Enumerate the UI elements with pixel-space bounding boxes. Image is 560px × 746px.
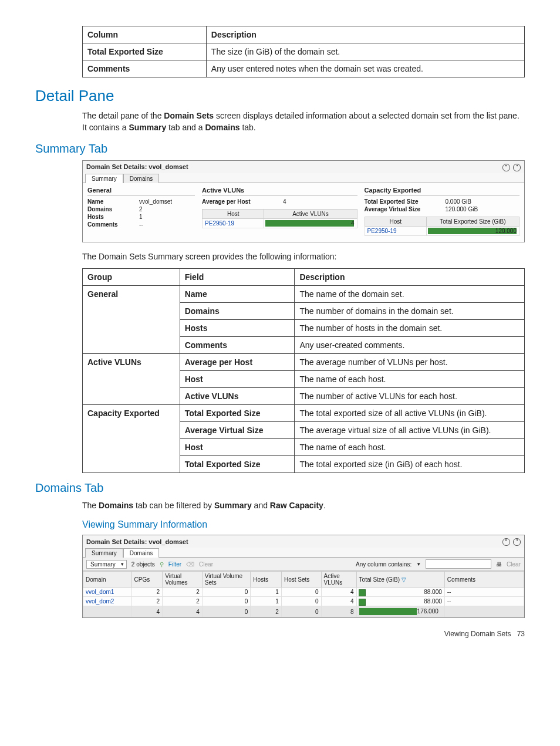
host-link[interactable]: PE2950-19 <box>203 218 264 228</box>
print-icon[interactable]: 🖶 <box>496 561 502 568</box>
desc-cell: The number of domains in the domain set. <box>295 302 525 319</box>
desc-cell: The total exported size (in GiB) of each… <box>295 455 525 472</box>
host-link[interactable]: PE2950-19 <box>365 226 426 235</box>
tab-summary[interactable]: Summary <box>85 548 123 558</box>
detail-pane-paragraph: The detail pane of the Domain Sets scree… <box>82 110 525 134</box>
tab-summary[interactable]: Summary <box>85 174 123 183</box>
filter-link[interactable]: Filter <box>168 561 181 568</box>
size-cell: 88.000 <box>356 597 444 606</box>
desc-cell: The number of hosts in the domain set. <box>295 319 525 336</box>
table-row: Comments <box>83 60 207 77</box>
page-footer: Viewing Domain Sets 73 <box>35 630 525 638</box>
panel2-window-icons: ˄ ˅ <box>501 537 521 546</box>
field-cell: Total Exported Size <box>180 455 295 472</box>
summary-panel: Domain Set Details: vvol_domset ˄ ˅ Summ… <box>82 160 525 242</box>
tab-domains[interactable]: Domains <box>123 174 159 183</box>
desc-cell: Any user-created comments. <box>295 336 525 353</box>
table-row[interactable]: vvol_dom222010488.000-- <box>83 597 524 606</box>
field-cell: Name <box>180 285 295 302</box>
desc-cell: The number of active VLUNs for each host… <box>295 387 525 404</box>
total-size-bar: 176.000 <box>356 606 444 617</box>
desc-cell: The name of each host. <box>295 370 525 387</box>
totals-row: 4 4 0 2 0 8 176.000 <box>83 606 524 617</box>
t1-h-description: Description <box>206 26 524 43</box>
field-cell: Host <box>180 438 295 455</box>
heading-domains-tab: Domains Tab <box>35 481 525 495</box>
summary-fields-table: Group Field Description GeneralNameThe n… <box>82 268 525 473</box>
desc-cell: The average number of VLUNs per host. <box>295 353 525 370</box>
capacity-bar: 120.000 <box>426 226 519 235</box>
filter-icon: ⚲ <box>160 561 164 568</box>
summary-lead-paragraph: The Domain Sets Summary screen provides … <box>82 251 525 262</box>
desc-cell: The total exported size of all active VL… <box>295 404 525 421</box>
general-heading: General <box>87 187 195 195</box>
capacity-heading: Capacity Exported <box>365 187 519 195</box>
domains-toolbar: Summary 2 objects ⚲ Filter ⌫ Clear Any c… <box>83 558 524 571</box>
field-cell: Total Exported Size <box>180 404 295 421</box>
heading-viewing-summary: Viewing Summary Information <box>82 519 525 530</box>
group-cell: Active VLUNs <box>83 353 180 404</box>
field-cell: Active VLUNs <box>180 387 295 404</box>
table-row: Total Exported Size <box>83 43 207 60</box>
clear-icon: ⌫ <box>186 561 194 568</box>
active-vluns-heading: Active VLUNs <box>202 187 357 195</box>
tab-domains[interactable]: Domains <box>123 548 159 558</box>
field-cell: Hosts <box>180 319 295 336</box>
field-cell: Comments <box>180 336 295 353</box>
expand-icon[interactable]: ˅ <box>513 164 521 171</box>
desc-cell: The name of each host. <box>295 438 525 455</box>
capacity-table: Host Total Exported Size (GiB) PE2950-19… <box>365 217 519 236</box>
column-description-table: Column Description Total Exported SizeTh… <box>82 26 525 77</box>
desc-cell: The name of the domain set. <box>295 285 525 302</box>
domain-link[interactable]: vvol_dom2 <box>83 597 132 606</box>
domains-data-table: Domain CPGs Virtual Volumes Virtual Volu… <box>83 571 524 617</box>
heading-detail-pane: Detail Pane <box>35 87 525 105</box>
expand-icon[interactable]: ˅ <box>513 538 521 546</box>
domains-lead-paragraph: The Domains tab can be filtered by Summa… <box>82 499 525 511</box>
table-row[interactable]: vvol_dom122010488.000-- <box>83 588 524 597</box>
field-cell: Average Virtual Size <box>180 421 295 438</box>
field-cell: Host <box>180 370 295 387</box>
panel1-window-icons: ˄ ˅ <box>501 163 521 171</box>
active-vluns-table: Host Active VLUNs PE2950-19 4 <box>202 209 357 228</box>
domains-panel: Domain Set Details: vvol_domset ˄ ˅ Summ… <box>82 535 525 618</box>
collapse-icon[interactable]: ˄ <box>502 538 510 546</box>
panel2-title: Domain Set Details: vvol_domset <box>86 538 188 545</box>
heading-summary-tab: Summary Tab <box>35 142 525 156</box>
field-cell: Domains <box>180 302 295 319</box>
any-column-label: Any column contains: <box>356 561 411 568</box>
sort-down-icon: ▽ <box>402 576 406 583</box>
domain-link[interactable]: vvol_dom1 <box>83 588 132 597</box>
field-cell: Average per Host <box>180 353 295 370</box>
clear-link[interactable]: Clear <box>199 561 213 568</box>
group-cell: General <box>83 285 180 353</box>
active-vluns-bar: 4 <box>264 218 357 228</box>
filter-dropdown[interactable]: Summary <box>86 560 127 569</box>
chevron-down-icon[interactable]: ▼ <box>416 562 421 567</box>
panel1-title: Domain Set Details: vvol_domset <box>86 163 188 170</box>
clear-link-2[interactable]: Clear <box>507 561 521 568</box>
collapse-icon[interactable]: ˄ <box>502 164 510 171</box>
group-cell: Capacity Exported <box>83 404 180 472</box>
t1-h-column: Column <box>83 26 207 43</box>
size-cell: 88.000 <box>356 588 444 597</box>
object-count: 2 objects <box>131 561 155 568</box>
desc-cell: The average virtual size of all active V… <box>295 421 525 438</box>
search-input[interactable] <box>426 559 491 569</box>
